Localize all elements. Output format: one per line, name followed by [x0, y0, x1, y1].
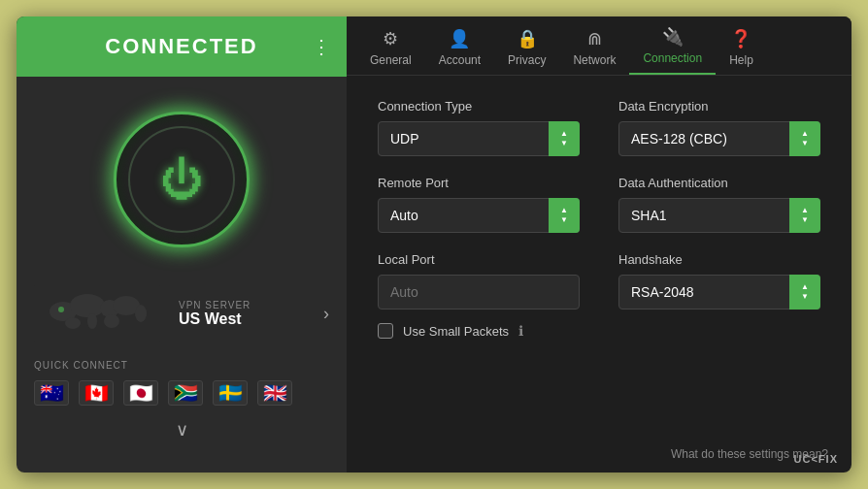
flag-za[interactable]: 🇿🇦 — [168, 380, 203, 406]
remote-port-group: Remote Port Auto 1194 443 ▲ ▼ — [378, 176, 580, 233]
svg-point-5 — [65, 317, 81, 329]
power-ring: ⏻ — [114, 112, 250, 247]
handshake-group: Handshake RSA-2048 RSA-4096 ECC ▲ ▼ — [618, 252, 820, 339]
general-icon: ⚙ — [383, 28, 398, 49]
svg-point-2 — [70, 294, 105, 317]
remote-port-label: Remote Port — [378, 176, 580, 190]
vpn-server-label: VPN SERVER — [179, 300, 314, 310]
tab-network[interactable]: ⋒ Network — [559, 18, 629, 75]
account-icon: 👤 — [449, 28, 470, 49]
map-area — [34, 284, 169, 342]
server-row: VPN SERVER US West › — [17, 275, 347, 352]
tab-help-label: Help — [729, 53, 753, 67]
data-encryption-select[interactable]: AES-128 (CBC) AES-256 (CBC) — [618, 121, 820, 156]
bottom-bar: What do these settings mean? — [347, 440, 851, 473]
data-authentication-label: Data Authentication — [618, 176, 820, 190]
remote-port-select[interactable]: Auto 1194 443 — [378, 198, 580, 233]
scroll-down-icon[interactable]: ∨ — [176, 419, 188, 440]
flag-se[interactable]: 🇸🇪 — [213, 380, 248, 406]
local-port-label: Local Port — [378, 252, 580, 267]
data-authentication-select[interactable]: SHA1 SHA256 — [618, 198, 820, 233]
small-packets-row: Use Small Packets ℹ — [378, 323, 580, 339]
quick-connect-label: QUICK CONNECT — [34, 360, 329, 371]
data-authentication-group: Data Authentication SHA1 SHA256 ▲ ▼ — [618, 176, 820, 233]
flags-row: 🇦🇺 🇨🇦 🇯🇵 🇿🇦 🇸🇪 🇬🇧 — [34, 380, 329, 406]
svg-point-6 — [87, 313, 97, 329]
tab-connection-label: Connection — [643, 51, 702, 65]
tab-account-label: Account — [439, 53, 481, 67]
server-chevron-icon[interactable]: › — [314, 304, 329, 324]
power-button-area[interactable]: ⏻ — [114, 112, 250, 247]
world-map — [34, 284, 160, 342]
flag-au[interactable]: 🇦🇺 — [34, 380, 69, 406]
tab-account[interactable]: 👤 Account — [425, 18, 494, 75]
connection-status: CONNECTED — [105, 34, 257, 59]
quick-connect-section: QUICK CONNECT 🇦🇺 🇨🇦 🇯🇵 🇿🇦 🇸🇪 🇬🇧 — [17, 352, 347, 406]
vpn-server-name: US West — [179, 310, 314, 328]
connection-type-group: Connection Type UDP TCP ▲ ▼ — [378, 99, 580, 156]
tab-general[interactable]: ⚙ General — [356, 18, 425, 75]
connection-icon: 🔌 — [662, 26, 684, 48]
tab-network-label: Network — [573, 53, 616, 67]
more-options-button[interactable]: ⋮ — [312, 35, 331, 58]
tab-help[interactable]: ❓ Help — [716, 18, 767, 75]
settings-content: Connection Type UDP TCP ▲ ▼ Data Encrypt… — [347, 76, 851, 440]
handshake-wrapper: RSA-2048 RSA-4096 ECC ▲ ▼ — [618, 275, 820, 310]
connection-type-wrapper: UDP TCP ▲ ▼ — [378, 121, 580, 156]
right-panel: ⚙ General 👤 Account 🔒 Privacy ⋒ Network … — [347, 16, 851, 473]
privacy-icon: 🔒 — [517, 28, 538, 49]
watermark: UC<FIX — [794, 453, 838, 465]
left-panel: CONNECTED ⋮ ⏻ — [17, 16, 347, 473]
connection-type-label: Connection Type — [378, 99, 580, 114]
local-port-input[interactable] — [378, 275, 580, 310]
data-encryption-group: Data Encryption AES-128 (CBC) AES-256 (C… — [618, 99, 820, 156]
small-packets-label: Use Small Packets — [403, 324, 509, 339]
handshake-label: Handshake — [618, 252, 820, 267]
help-icon: ❓ — [730, 28, 751, 49]
flag-ca[interactable]: 🇨🇦 — [79, 380, 114, 406]
small-packets-checkbox[interactable] — [378, 323, 393, 339]
data-authentication-wrapper: SHA1 SHA256 ▲ ▼ — [618, 198, 820, 233]
tab-general-label: General — [370, 53, 412, 67]
flag-gb[interactable]: 🇬🇧 — [257, 380, 292, 406]
svg-point-9 — [58, 307, 64, 312]
tab-bar: ⚙ General 👤 Account 🔒 Privacy ⋒ Network … — [347, 16, 851, 76]
power-button-inner: ⏻ — [128, 126, 235, 233]
power-icon: ⏻ — [160, 158, 203, 201]
tab-privacy-label: Privacy — [508, 53, 546, 67]
svg-point-8 — [135, 305, 147, 322]
data-encryption-label: Data Encryption — [618, 99, 820, 114]
tab-connection[interactable]: 🔌 Connection — [629, 16, 716, 75]
network-icon: ⋒ — [587, 28, 602, 49]
server-info: VPN SERVER US West — [169, 300, 314, 328]
data-encryption-wrapper: AES-128 (CBC) AES-256 (CBC) ▲ ▼ — [618, 121, 820, 156]
connection-type-select[interactable]: UDP TCP — [378, 121, 580, 156]
info-icon[interactable]: ℹ — [518, 323, 523, 339]
status-header: CONNECTED ⋮ — [17, 16, 347, 77]
flag-jp[interactable]: 🇯🇵 — [123, 380, 158, 406]
remote-port-wrapper: Auto 1194 443 ▲ ▼ — [378, 198, 580, 233]
svg-point-7 — [104, 314, 119, 328]
local-port-group: Local Port Use Small Packets ℹ — [378, 252, 580, 339]
handshake-select[interactable]: RSA-2048 RSA-4096 ECC — [618, 275, 820, 310]
tab-privacy[interactable]: 🔒 Privacy — [494, 18, 559, 75]
